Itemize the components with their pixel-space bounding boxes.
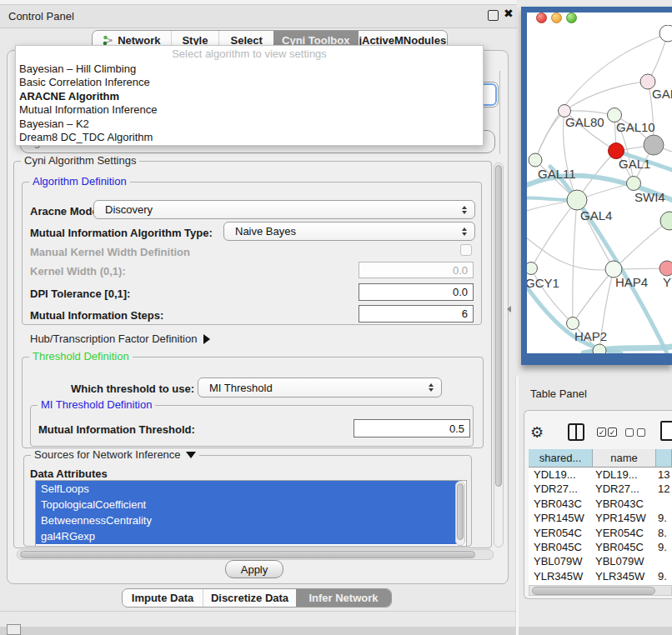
columns-icon[interactable] xyxy=(568,423,584,441)
mi-threshold-input[interactable]: 0.5 xyxy=(354,419,470,438)
table-cell: YDL19... xyxy=(534,468,576,481)
algorithm-option[interactable]: Basic Correlation Inference xyxy=(16,76,483,90)
table-row[interactable]: YPR145WYPR145W9. xyxy=(529,511,672,525)
table-panel-title: Table Panel xyxy=(530,388,587,400)
algorithm-option[interactable]: Dream8 DC_TDC Algorithm xyxy=(16,131,483,145)
mac-zoom-icon[interactable] xyxy=(566,12,577,23)
apply-button[interactable]: Apply xyxy=(225,560,283,578)
algorithm-definition-title: Algorithm Definition xyxy=(29,175,130,188)
sources-title: Sources for Network Inference xyxy=(34,448,181,461)
table-column-header[interactable]: name xyxy=(593,449,656,468)
table-cell: YBR043C xyxy=(534,498,582,510)
mi-steps-input[interactable]: 6 xyxy=(359,305,474,322)
network-node-hap2[interactable] xyxy=(567,318,579,330)
aracne-mode-combo[interactable]: Discovery xyxy=(93,200,475,219)
table-row[interactable]: YBR043CYBR043C xyxy=(529,497,672,511)
network-node-label: GAL11 xyxy=(538,167,576,181)
mi-type-combo[interactable]: Naive Bayes xyxy=(223,222,475,241)
stepper-arrows-icon xyxy=(462,228,467,236)
network-edge xyxy=(535,111,564,160)
table-row[interactable]: YBR045CYBR045C9. xyxy=(529,540,672,554)
network-node-gal4[interactable] xyxy=(567,190,587,210)
stepper-arrows-icon xyxy=(462,206,467,214)
network-node-label: HAP2 xyxy=(574,329,607,343)
network-node-gcy1[interactable] xyxy=(527,262,538,275)
float-window-icon[interactable] xyxy=(488,10,499,21)
which-threshold-combo[interactable]: MI Threshold xyxy=(198,378,442,398)
table-cell: YLR345W xyxy=(595,570,644,582)
tab-label: Impute Data xyxy=(132,592,193,604)
table-cell: YDR27... xyxy=(595,482,639,495)
disclosure-right-icon[interactable] xyxy=(203,334,210,344)
tab-discretize-data[interactable]: Discretize Data xyxy=(203,589,296,607)
gear-icon[interactable]: ⚙ xyxy=(530,423,544,442)
which-threshold-value: MI Threshold xyxy=(209,382,273,394)
function-builder-icon[interactable] xyxy=(660,421,672,441)
mi-threshold-value: 0.5 xyxy=(449,422,464,435)
table-row[interactable]: YER054CYER054C8. xyxy=(529,526,672,540)
kernel-width-input[interactable]: 0.0 xyxy=(359,262,474,278)
table-column-header[interactable]: shared... xyxy=(529,449,593,468)
network-node[interactable] xyxy=(660,212,672,230)
select-all-checks-icon[interactable]: ✓ xyxy=(597,428,606,437)
collapsed-panel-icon[interactable] xyxy=(7,624,21,635)
table-hscrollbar[interactable] xyxy=(529,585,672,596)
table-hscrollbar-thumb[interactable] xyxy=(532,587,655,595)
hub-definition-label: Hub/Transcription Factor Definition xyxy=(30,332,197,345)
algorithm-dropdown-popup: Select algorithm to view settings Bayesi… xyxy=(15,45,484,146)
attr-list-scrollbar[interactable] xyxy=(455,481,465,546)
select-all-checks-icon[interactable]: ✓ xyxy=(608,428,617,437)
settings-hscrollbar-thumb[interactable] xyxy=(20,551,475,558)
screen: Control Panel ✖ NetworkStyleSelectCyni T… xyxy=(0,0,672,635)
network-node[interactable] xyxy=(593,344,606,353)
disclosure-down-icon[interactable] xyxy=(186,452,196,458)
network-node-gal11[interactable] xyxy=(529,153,542,167)
table-row[interactable]: YLR345WYLR345W9. xyxy=(529,569,672,583)
data-attribute-item[interactable]: gal4RGexp xyxy=(36,528,459,544)
data-attribute-item[interactable]: SelfLoops xyxy=(36,481,459,497)
mac-close-icon[interactable] xyxy=(536,12,547,23)
algorithm-option[interactable]: Bayesian – K2 xyxy=(16,117,483,131)
table-row[interactable]: YDR27...YDR27...12 xyxy=(529,482,672,496)
splitter-arrow-icon[interactable] xyxy=(507,306,511,312)
network-edge xyxy=(614,221,669,269)
control-panel-title: Control Panel xyxy=(8,10,74,22)
table-column-header[interactable] xyxy=(656,449,672,468)
network-node-swi4[interactable] xyxy=(627,177,641,191)
table-cell: YBR045C xyxy=(595,541,644,553)
unselect-all-icon[interactable] xyxy=(637,428,645,437)
algorithm-option[interactable]: Mutual Information Inference xyxy=(16,103,483,118)
settings-hscrollbar[interactable] xyxy=(17,549,494,560)
table-cell: YBR045C xyxy=(534,541,582,553)
data-attribute-item[interactable]: TopologicalCoefficient xyxy=(36,497,459,512)
mi-type-label: Mutual Information Algorithm Type: xyxy=(30,227,213,239)
data-attributes-label: Data Attributes xyxy=(30,468,108,480)
network-node[interactable] xyxy=(644,135,664,155)
hub-definition-disclosure[interactable]: Hub/Transcription Factor Definition xyxy=(30,332,210,345)
dpi-tolerance-label: DPI Tolerance [0,1]: xyxy=(30,288,130,300)
manual-kernel-checkbox[interactable] xyxy=(460,244,472,256)
sources-disclosure[interactable]: Sources for Network Inference xyxy=(31,448,199,461)
settings-vscrollbar-thumb[interactable] xyxy=(495,165,502,487)
table-cell: 13 xyxy=(658,468,669,481)
network-node[interactable] xyxy=(659,25,672,42)
table-cell: YDR27... xyxy=(534,482,578,495)
network-node-y[interactable] xyxy=(659,261,672,276)
settings-vscrollbar[interactable] xyxy=(494,162,504,548)
dpi-tolerance-input[interactable]: 0.0 xyxy=(359,283,474,301)
mac-minimize-icon[interactable] xyxy=(551,12,562,23)
tab-impute-data[interactable]: Impute Data xyxy=(123,589,203,607)
algorithm-option[interactable]: Bayesian – Hill Climbing xyxy=(16,62,483,76)
tab-infer-network[interactable]: Infer Network xyxy=(296,589,391,607)
table-cell: YER054C xyxy=(534,527,582,539)
attr-list-scrollbar-thumb[interactable] xyxy=(457,483,464,540)
table-cell: YLR345W xyxy=(534,570,583,582)
table-row[interactable]: YBL079WYBL079W xyxy=(529,554,672,568)
algorithm-option[interactable]: ARACNE Algorithm xyxy=(16,89,483,103)
table-row[interactable]: YDL19...YDL19...13 xyxy=(529,468,672,482)
data-attribute-item[interactable]: BetweennessCentrality xyxy=(36,512,459,528)
unselect-all-icon[interactable] xyxy=(625,428,634,437)
apply-button-label: Apply xyxy=(241,563,268,576)
panel-splitter[interactable] xyxy=(515,377,519,635)
close-icon[interactable]: ✖ xyxy=(504,7,514,20)
